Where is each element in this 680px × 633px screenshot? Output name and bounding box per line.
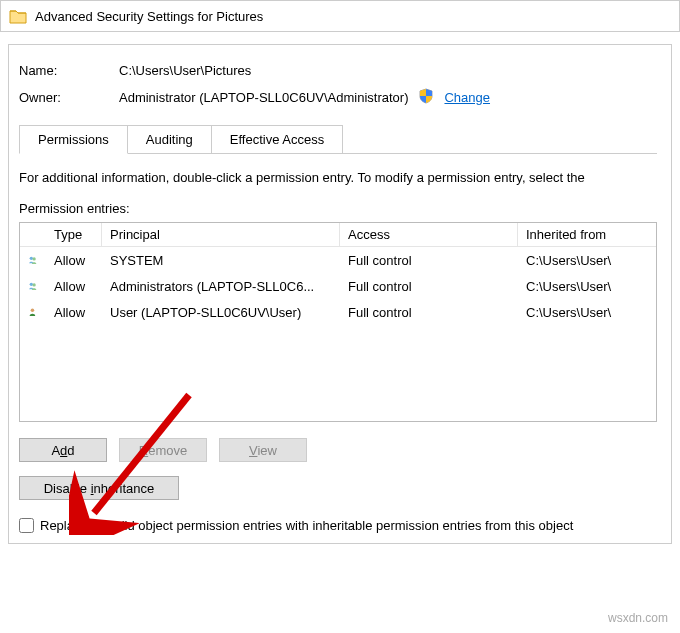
cell-principal: User (LAPTOP-SLL0C6UV\User) [102,302,340,323]
change-owner-link[interactable]: Change [444,90,490,105]
name-row: Name: C:\Users\User\Pictures [19,63,657,78]
replace-child-entries-checkbox[interactable] [19,518,34,533]
col-access[interactable]: Access [340,223,518,246]
col-icon[interactable] [20,223,46,246]
view-button: View [219,438,307,462]
tab-auditing[interactable]: Auditing [127,125,212,154]
watermark: wsxdn.com [608,611,668,625]
cell-access: Full control [340,276,518,297]
table-row[interactable]: AllowSYSTEMFull controlC:\Users\User\ [20,247,656,273]
permission-entries-label: Permission entries: [19,201,657,216]
cell-type: Allow [46,250,102,271]
table-row[interactable]: AllowUser (LAPTOP-SLL0C6UV\User)Full con… [20,299,656,325]
button-row-2: Disable inheritance [19,476,657,500]
col-type[interactable]: Type [46,223,102,246]
owner-label: Owner: [19,90,119,105]
cell-access: Full control [340,250,518,271]
svg-point-0 [30,257,33,260]
shield-icon [418,88,434,107]
remove-button: Remove [119,438,207,462]
svg-point-2 [30,283,33,286]
button-row-1: Add Remove View [19,438,657,462]
tabstrip: Permissions Auditing Effective Access [19,125,657,154]
svg-point-1 [32,257,35,260]
cell-access: Full control [340,302,518,323]
cell-principal: Administrators (LAPTOP-SLL0C6... [102,276,340,297]
permission-entries-table[interactable]: Type Principal Access Inherited from All… [19,222,657,422]
owner-value: Administrator (LAPTOP-SLL0C6UV\Administr… [119,90,408,105]
info-text: For additional information, double-click… [19,170,657,185]
folder-icon [9,8,27,24]
table-row[interactable]: AllowAdministrators (LAPTOP-SLL0C6...Ful… [20,273,656,299]
tab-effective-access[interactable]: Effective Access [211,125,343,154]
cell-inherited: C:\Users\User\ [518,276,656,297]
group-icon [20,249,46,271]
add-button[interactable]: Add [19,438,107,462]
tab-permissions[interactable]: Permissions [19,125,128,154]
tab-body: For additional information, double-click… [19,154,657,533]
col-principal[interactable]: Principal [102,223,340,246]
owner-row: Owner: Administrator (LAPTOP-SLL0C6UV\Ad… [19,88,657,107]
name-value: C:\Users\User\Pictures [119,63,251,78]
group-icon [20,275,46,297]
cell-inherited: C:\Users\User\ [518,302,656,323]
dialog-content: Name: C:\Users\User\Pictures Owner: Admi… [8,44,672,544]
replace-child-entries-label: Replace all child object permission entr… [40,518,573,533]
cell-type: Allow [46,276,102,297]
cell-inherited: C:\Users\User\ [518,250,656,271]
user-icon [20,301,46,323]
svg-point-4 [31,309,35,313]
table-header: Type Principal Access Inherited from [20,223,656,247]
col-inherited[interactable]: Inherited from [518,223,656,246]
disable-inheritance-button[interactable]: Disable inheritance [19,476,179,500]
name-label: Name: [19,63,119,78]
svg-point-3 [32,283,35,286]
titlebar: Advanced Security Settings for Pictures [0,0,680,32]
replace-checkbox-row: Replace all child object permission entr… [19,518,657,533]
cell-type: Allow [46,302,102,323]
cell-principal: SYSTEM [102,250,340,271]
window-title: Advanced Security Settings for Pictures [35,9,263,24]
